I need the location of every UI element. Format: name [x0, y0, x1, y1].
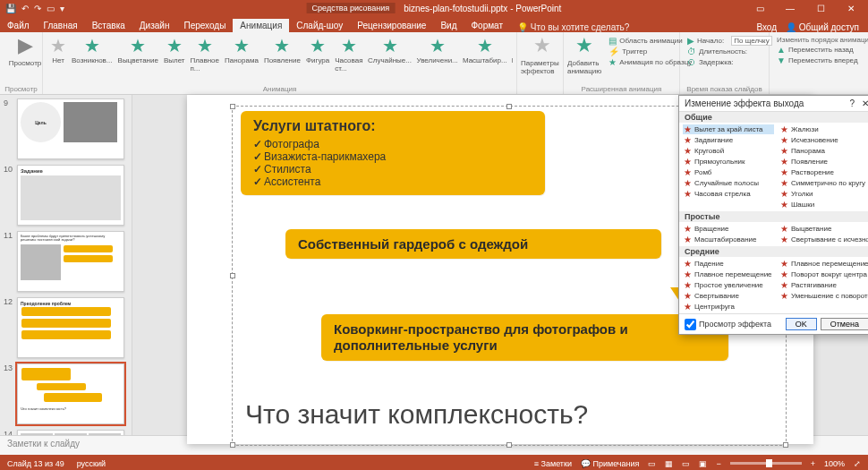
move-earlier-button[interactable]: ▲Переместить назад — [777, 45, 861, 55]
tab-review[interactable]: Рецензирование — [350, 19, 433, 32]
effect-item[interactable]: ★Ромб — [683, 167, 774, 177]
preview-effect-checkbox[interactable]: Просмотр эффекта — [685, 319, 771, 330]
reading-view-icon[interactable]: ▭ — [682, 459, 690, 468]
tab-animations[interactable]: Анимация — [233, 19, 289, 32]
effect-item[interactable]: ★Плавное перемещение вверх — [779, 259, 868, 269]
slide-title-text[interactable]: Что значит комплексность? — [245, 399, 588, 430]
effect-item[interactable]: ★Случайные полосы — [683, 178, 774, 188]
slide-thumbnail[interactable]: 14 — [4, 430, 128, 435]
effect-item[interactable]: ★Исчезновение — [779, 135, 868, 145]
effect-options-button[interactable]: ★ Параметры эффектов — [521, 34, 564, 75]
effect-item[interactable]: ★Панорама — [779, 146, 868, 156]
anim-item[interactable]: ★Выцветание — [118, 37, 158, 81]
effect-item-selected[interactable]: ★Вылет за край листа — [683, 124, 774, 134]
slideshow-view-icon[interactable]: ▣ — [699, 459, 707, 468]
qat-more-icon[interactable]: ▾ — [60, 4, 64, 13]
delay-field[interactable]: ⏲Задержка: — [687, 57, 762, 67]
effect-item[interactable]: ★Свертывание с исчезновением — [779, 235, 868, 244]
cancel-button[interactable]: Отмена — [821, 318, 868, 330]
anim-item[interactable]: ★Масштабир... — [464, 37, 506, 81]
tab-slideshow[interactable]: Слайд-шоу — [289, 19, 350, 32]
tab-design[interactable]: Дизайн — [132, 19, 177, 32]
start-slideshow-icon[interactable]: ▭ — [47, 4, 55, 13]
slide-counter[interactable]: Слайд 13 из 49 — [7, 459, 64, 468]
anim-item[interactable]: ★Появление — [264, 37, 301, 81]
effect-item[interactable]: ★Задвигание — [683, 135, 774, 145]
effect-item[interactable]: ★Уголки — [779, 189, 868, 199]
preview-button[interactable]: ▶ Просмотр — [4, 34, 47, 67]
slide-editor[interactable]: Услуги штатного: ✓Фотографа ✓Визажиста-п… — [132, 95, 868, 435]
anim-item[interactable]: ★Возникнов... — [72, 37, 113, 81]
zoom-in-icon[interactable]: + — [811, 459, 815, 468]
tab-view[interactable]: Вид — [433, 19, 464, 32]
effect-item[interactable]: ★Простое увеличение — [683, 280, 774, 290]
effect-item[interactable]: ★Симметрично по кругу — [779, 178, 868, 188]
anim-item[interactable]: ★Увеличени... — [417, 37, 458, 81]
slide-thumbnail-panel[interactable]: 9 Цель 10 Задание 11 Какие проблемы буду… — [0, 95, 132, 435]
effect-item[interactable]: ★Падение — [683, 259, 774, 269]
tab-insert[interactable]: Вставка — [85, 19, 132, 32]
effect-item[interactable]: ★Поворот вокруг центра — [779, 269, 868, 279]
minimize-icon[interactable]: — — [777, 4, 804, 13]
animation-gallery[interactable]: ★Нет ★Возникнов... ★Выцветание ★Вылет ★П… — [47, 34, 513, 84]
anim-item[interactable]: ★Случайные... — [369, 37, 412, 81]
effect-item[interactable]: ★Растягивание — [779, 280, 868, 290]
anim-item[interactable]: ★Часовая ст... — [335, 37, 362, 81]
effect-item[interactable]: ★Появление — [779, 157, 868, 167]
effect-item[interactable]: ★Центрифуга — [683, 302, 774, 312]
save-icon[interactable]: 💾 — [5, 4, 16, 13]
slide-thumbnail[interactable]: 9 Цель — [4, 98, 128, 159]
anim-item[interactable]: ★Фигура — [306, 37, 329, 81]
slide-thumbnail[interactable]: 12 Преодоление проблем — [4, 297, 128, 358]
effect-item[interactable]: ★Круговой — [683, 146, 774, 156]
slide-thumbnail[interactable]: 11 Какие проблемы будут препятствовать у… — [4, 231, 128, 292]
zoom-level[interactable]: 100% — [824, 459, 845, 468]
content-box-wardrobe[interactable]: Собственный гардероб с одеждой — [285, 229, 661, 259]
duration-field[interactable]: ⏱Длительность: — [687, 47, 762, 56]
tab-file[interactable]: Файл — [0, 19, 37, 32]
fit-to-window-icon[interactable]: ⤢ — [854, 459, 861, 468]
zoom-slider[interactable] — [730, 462, 802, 465]
effect-item[interactable]: ★Часовая стрелка — [683, 189, 774, 199]
effect-item[interactable]: ★Вращение — [683, 224, 774, 234]
effect-item[interactable]: ★Шашки — [779, 200, 868, 209]
anim-item[interactable]: ★Вращение — [512, 37, 513, 81]
start-dropdown[interactable]: ▶Начало: По щелчку — [687, 36, 762, 46]
tab-home[interactable]: Главная — [37, 19, 85, 32]
dialog-titlebar[interactable]: Изменение эффекта выхода ?✕ — [679, 96, 868, 112]
sign-in-link[interactable]: Вход — [756, 22, 777, 32]
add-animation-button[interactable]: ★ Добавить анимацию — [567, 34, 601, 75]
effect-item[interactable]: ★Растворение — [779, 167, 868, 177]
effect-item[interactable]: ★Плавное перемещение вниз — [683, 269, 774, 279]
language-indicator[interactable]: русский — [77, 459, 106, 468]
anim-none[interactable]: ★Нет — [50, 37, 66, 81]
slide-thumbnail[interactable]: 10 Задание — [4, 165, 128, 226]
dialog-help-icon[interactable]: ? — [849, 98, 855, 108]
anim-item[interactable]: ★Вылет — [164, 37, 185, 81]
effect-item[interactable]: ★Жалюзи — [779, 124, 868, 134]
comments-toggle[interactable]: 💬 Примечания — [581, 459, 639, 468]
notes-toggle[interactable]: ≡ Заметки — [534, 459, 572, 468]
share-button[interactable]: 👤 Общий доступ — [786, 22, 859, 32]
effect-item[interactable]: ★Прямоугольник — [683, 157, 774, 167]
sorter-view-icon[interactable]: ▦ — [665, 459, 673, 468]
slide-thumbnail-current[interactable]: 13 Что значит комплексность? — [4, 363, 128, 424]
tab-format[interactable]: Формат — [464, 19, 510, 32]
zoom-out-icon[interactable]: − — [716, 459, 720, 468]
dialog-close-icon[interactable]: ✕ — [862, 98, 868, 108]
normal-view-icon[interactable]: ▭ — [648, 459, 656, 468]
effect-item[interactable]: ★Уменьшение с поворотом — [779, 291, 868, 301]
move-later-button[interactable]: ▼Переместить вперед — [777, 56, 861, 65]
ribbon-options-icon[interactable]: ▭ — [746, 4, 773, 13]
maximize-icon[interactable]: ☐ — [807, 4, 834, 13]
content-box-services[interactable]: Услуги штатного: ✓Фотографа ✓Визажиста-п… — [241, 111, 545, 195]
ok-button[interactable]: OK — [786, 318, 817, 330]
anim-item[interactable]: ★Плавное п... — [191, 37, 219, 81]
effect-item[interactable]: ★Свертывание — [683, 291, 774, 301]
anim-item[interactable]: ★Панорама — [225, 37, 259, 81]
redo-icon[interactable]: ↷ — [34, 4, 41, 13]
close-icon[interactable]: ✕ — [838, 4, 864, 13]
content-box-coworking[interactable]: Коворкинг-пространство для фотографов и … — [321, 314, 728, 361]
tab-transitions[interactable]: Переходы — [176, 19, 233, 32]
undo-icon[interactable]: ↶ — [21, 4, 29, 13]
